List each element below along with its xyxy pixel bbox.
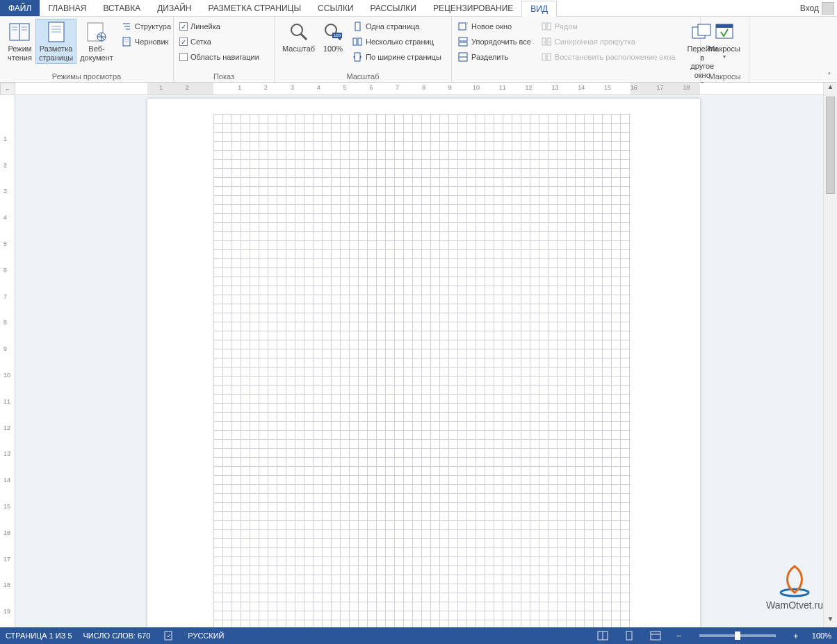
login-link[interactable]: Вход: [800, 0, 837, 16]
reset-window-icon: [541, 51, 552, 63]
zoom-label: Масштаб: [282, 44, 315, 53]
tab-design[interactable]: ДИЗАЙН: [149, 0, 200, 16]
svg-rect-43: [716, 24, 733, 28]
scroll-down-button[interactable]: ▼: [824, 615, 837, 627]
ruler-label: Линейка: [190, 22, 220, 31]
vertical-scrollbar[interactable]: ▲ ▼: [823, 83, 837, 627]
login-label: Вход: [800, 3, 819, 13]
checkbox-icon: ✓: [179, 38, 188, 46]
checkbox-icon: [179, 53, 188, 61]
zoom-slider[interactable]: [699, 634, 776, 637]
status-bar: СТРАНИЦА 1 ИЗ 5 ЧИСЛО СЛОВ: 670 РУССКИЙ …: [0, 627, 837, 644]
zoom-in-button[interactable]: +: [791, 631, 801, 641]
zoom-icon: [288, 21, 310, 43]
tab-pagelayout[interactable]: РАЗМЕТКА СТРАНИЦЫ: [200, 0, 310, 16]
new-window-button[interactable]: ✶ Новое окно: [456, 19, 533, 34]
draft-label: Черновик: [135, 38, 169, 46]
tab-references[interactable]: ССЫЛКИ: [309, 0, 361, 16]
svg-text:✶: ✶: [466, 22, 468, 27]
side-by-side-icon: [541, 21, 552, 32]
menu-tabstrip: ФАЙЛ ГЛАВНАЯ ВСТАВКА ДИЗАЙН РАЗМЕТКА СТР…: [0, 0, 837, 17]
statusbar-read-mode-button[interactable]: [595, 629, 610, 642]
zoom-out-button[interactable]: −: [674, 631, 684, 641]
svg-rect-27: [355, 53, 360, 61]
svg-rect-35: [547, 23, 551, 30]
draft-button[interactable]: Черновик: [120, 34, 172, 49]
zoom-button[interactable]: Масштаб: [279, 19, 318, 56]
gridlines-checkbox[interactable]: ✓ Сетка: [178, 34, 213, 49]
tab-insert[interactable]: ВСТАВКА: [95, 0, 149, 16]
one-page-label: Одна страница: [366, 22, 419, 31]
arrange-all-button[interactable]: Упорядочить все: [456, 34, 533, 49]
split-icon: [457, 51, 469, 63]
side-by-side-button[interactable]: Рядом: [539, 19, 677, 34]
arrange-all-label: Упорядочить все: [471, 38, 531, 46]
navpane-checkbox[interactable]: Область навигации: [178, 49, 261, 65]
svg-rect-39: [547, 53, 551, 60]
group-show: ✓ Линейка ✓ Сетка Область навигации Пока…: [174, 17, 275, 82]
statusbar-web-layout-button[interactable]: [648, 629, 663, 642]
status-word-count[interactable]: ЧИСЛО СЛОВ: 670: [83, 631, 151, 640]
read-mode-button[interactable]: Режим чтения: [4, 19, 35, 64]
ribbon: Режим чтения Разметка страницы Веб- доку…: [0, 17, 837, 83]
web-layout-label: Веб- документ: [80, 44, 113, 62]
avatar-icon: [822, 2, 834, 15]
svg-rect-31: [459, 42, 467, 46]
group-macros: Макросы ▾ Макросы: [701, 17, 749, 82]
multi-page-button[interactable]: Несколько страниц: [350, 34, 443, 49]
page: [147, 99, 700, 627]
vertical-ruler[interactable]: 12345678910111213141516171819: [0, 95, 15, 627]
horizontal-ruler[interactable]: 21123456789101112131415161718: [15, 83, 823, 95]
statusbar-print-layout-button[interactable]: [621, 629, 637, 642]
proofing-icon[interactable]: [161, 629, 177, 642]
scroll-up-button[interactable]: ▲: [824, 83, 837, 95]
svg-rect-30: [459, 38, 467, 41]
status-language[interactable]: РУССКИЙ: [188, 631, 224, 640]
svg-rect-28: [459, 23, 466, 30]
tab-view[interactable]: ВИД: [521, 1, 557, 17]
new-window-icon: ✶: [457, 21, 469, 32]
read-mode-icon: [8, 21, 31, 43]
page-width-button[interactable]: По ширине страницы: [350, 49, 443, 65]
one-page-button[interactable]: Одна страница: [350, 19, 443, 34]
svg-rect-45: [165, 631, 172, 640]
reset-window-label: Восстановить расположение окна: [555, 53, 676, 61]
new-window-label: Новое окно: [471, 22, 512, 31]
chevron-down-icon: ▾: [723, 53, 726, 60]
document-area[interactable]: [15, 95, 823, 627]
outline-icon: [121, 21, 132, 32]
group-macros-title: Макросы: [705, 72, 745, 81]
tab-home[interactable]: ГЛАВНАЯ: [40, 0, 95, 16]
document-gridlines: [213, 114, 631, 627]
print-layout-button[interactable]: Разметка страницы: [35, 19, 76, 64]
web-layout-icon: [86, 21, 108, 43]
outline-label: Структура: [135, 22, 171, 31]
tab-mailings[interactable]: РАССЫЛКИ: [362, 0, 425, 16]
sync-scroll-button[interactable]: Синхронная прокрутка: [539, 34, 677, 49]
outline-button[interactable]: Структура: [120, 19, 172, 34]
macros-button[interactable]: Макросы ▾: [705, 19, 744, 62]
ruler-corner[interactable]: ⌐: [0, 83, 15, 95]
svg-rect-26: [358, 38, 361, 45]
macros-label: Макросы: [708, 44, 740, 53]
group-views-title: Режимы просмотра: [4, 72, 169, 81]
collapse-ribbon-button[interactable]: ˄: [824, 71, 834, 81]
zoom-slider-knob[interactable]: [735, 631, 740, 640]
print-layout-icon: [45, 21, 67, 43]
split-button[interactable]: Разделить: [456, 49, 533, 65]
web-layout-button[interactable]: Веб- документ: [76, 19, 117, 64]
scroll-thumb[interactable]: [826, 97, 835, 194]
sync-scroll-label: Синхронная прокрутка: [555, 38, 635, 46]
group-views: Режим чтения Разметка страницы Веб- доку…: [0, 17, 174, 82]
ruler-checkbox[interactable]: ✓ Линейка: [178, 19, 222, 34]
reset-window-button[interactable]: Восстановить расположение окна: [539, 49, 677, 65]
tab-review[interactable]: РЕЦЕНЗИРОВАНИЕ: [425, 0, 521, 16]
status-zoom-value[interactable]: 100%: [812, 631, 831, 640]
status-page[interactable]: СТРАНИЦА 1 ИЗ 5: [6, 631, 72, 640]
svg-rect-48: [626, 631, 632, 640]
one-page-icon: [352, 21, 363, 32]
zoom-100-icon: 100: [322, 21, 344, 43]
tab-file[interactable]: ФАЙЛ: [0, 0, 40, 16]
svg-rect-25: [353, 38, 357, 45]
zoom-100-button[interactable]: 100 100%: [318, 19, 348, 56]
